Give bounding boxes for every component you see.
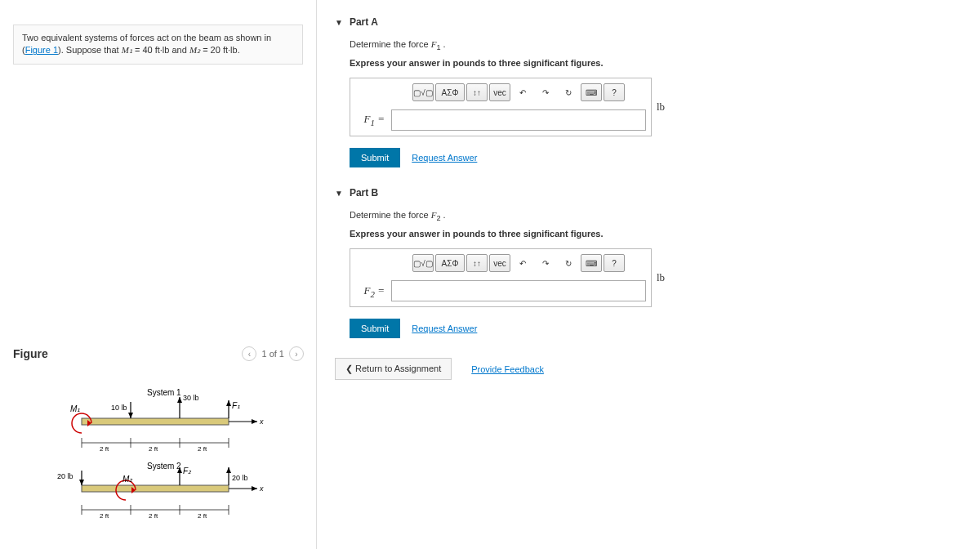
template-tool[interactable]: ▢√▢: [412, 83, 434, 101]
svg-marker-6: [177, 397, 182, 403]
f2-input[interactable]: [391, 280, 646, 301]
part-b-header[interactable]: ▼ Part B: [335, 187, 956, 199]
part-a-header[interactable]: ▼ Part A: [335, 16, 956, 28]
svg-text:F₁: F₁: [232, 401, 240, 410]
sys1-label: System 1: [147, 388, 181, 397]
m2-symbol: M₂: [189, 45, 200, 55]
figure-nav-text: 1 of 1: [261, 349, 284, 359]
figure-prev-button[interactable]: ‹: [242, 346, 256, 361]
svg-marker-32: [226, 467, 231, 473]
greek-tool[interactable]: ΑΣΦ: [435, 83, 465, 101]
greek-tool[interactable]: ΑΣΦ: [435, 254, 465, 272]
svg-text:2 ft: 2 ft: [100, 445, 109, 453]
answer-box-b: ▢√▢ ΑΣΦ ↕↑ vec ↶ ↷ ↻ ⌨ ? F2 =: [350, 248, 652, 307]
reset-tool[interactable]: ↻: [558, 254, 579, 272]
svg-text:20 lb: 20 lb: [57, 472, 74, 480]
f1-input[interactable]: [391, 109, 646, 131]
submit-button-a[interactable]: Submit: [350, 148, 400, 167]
figure-link[interactable]: Figure 1: [25, 45, 58, 55]
svg-marker-24: [79, 480, 84, 485]
provide-feedback-link[interactable]: Provide Feedback: [471, 364, 544, 374]
unit-b: lb: [657, 271, 665, 284]
part-b-determine: Determine the force F2 .: [350, 210, 956, 222]
submit-button-b[interactable]: Submit: [350, 319, 400, 338]
part-b-title: Part B: [350, 187, 378, 199]
svg-marker-3: [128, 413, 133, 418]
svg-text:M₂: M₂: [122, 475, 133, 484]
request-answer-b[interactable]: Request Answer: [412, 324, 477, 333]
unit-a: lb: [657, 100, 665, 114]
svg-text:2 ft: 2 ft: [100, 512, 109, 520]
svg-marker-35: [252, 486, 257, 491]
undo-tool[interactable]: ↶: [512, 254, 533, 272]
m1-symbol: M₁: [122, 45, 132, 55]
request-answer-a[interactable]: Request Answer: [412, 153, 477, 163]
problem-text-2: ). Suppose that: [58, 45, 122, 55]
part-a-title: Part A: [350, 16, 378, 28]
answer-box-a: ▢√▢ ΑΣΦ ↕↑ vec ↶ ↷ ↻ ⌨ ? F1 =: [350, 78, 652, 136]
scripts-tool[interactable]: ↕↑: [466, 254, 488, 272]
svg-marker-12: [252, 419, 257, 424]
svg-text:2 ft: 2 ft: [149, 445, 158, 453]
help-tool[interactable]: ?: [604, 254, 625, 272]
caret-down-icon: ▼: [335, 189, 343, 198]
problem-statement: Two equivalent systems of forces act on …: [13, 25, 303, 65]
template-tool[interactable]: ▢√▢: [412, 254, 434, 272]
m1-value: = 40 ft·lb and: [132, 45, 189, 55]
svg-marker-9: [226, 400, 231, 406]
figure-title: Figure: [13, 347, 48, 360]
beam-2: [82, 485, 229, 492]
svg-text:30 lb: 30 lb: [183, 394, 199, 402]
svg-text:2 ft: 2 ft: [198, 445, 207, 453]
svg-text:2 ft: 2 ft: [149, 512, 158, 520]
part-a-express: Express your answer in pounds to three s…: [350, 58, 956, 68]
f2-label: F2 =: [355, 284, 385, 299]
beam-1: [82, 418, 229, 425]
svg-text:2 ft: 2 ft: [198, 512, 207, 520]
svg-text:F₂: F₂: [183, 466, 192, 475]
vec-tool[interactable]: vec: [489, 254, 510, 272]
undo-tool[interactable]: ↶: [512, 83, 533, 101]
keyboard-tool[interactable]: ⌨: [581, 254, 602, 272]
scripts-tool[interactable]: ↕↑: [466, 83, 488, 101]
svg-text:x: x: [259, 484, 264, 493]
m2-value: = 20 ft·lb.: [200, 45, 240, 55]
svg-text:M₁: M₁: [70, 404, 80, 413]
figure-nav: ‹ 1 of 1 ›: [242, 346, 304, 361]
help-tool[interactable]: ?: [604, 83, 625, 101]
part-b-express: Express your answer in pounds to three s…: [350, 229, 956, 239]
caret-down-icon: ▼: [335, 18, 343, 27]
part-a-determine: Determine the force F1 .: [350, 39, 956, 51]
figure-next-button[interactable]: ›: [289, 346, 304, 361]
return-button[interactable]: ❮ Return to Assignment: [335, 358, 452, 380]
svg-text:10 lb: 10 lb: [111, 404, 127, 412]
svg-text:x: x: [259, 417, 264, 426]
redo-tool[interactable]: ↷: [535, 83, 556, 101]
figure-diagram: System 1 M₁ 10 lb 30 lb F₁ x: [41, 386, 278, 541]
keyboard-tool[interactable]: ⌨: [581, 83, 602, 101]
svg-text:20 lb: 20 lb: [232, 474, 248, 482]
vec-tool[interactable]: vec: [489, 83, 510, 101]
f1-label: F1 =: [355, 113, 385, 127]
reset-tool[interactable]: ↻: [558, 83, 579, 101]
redo-tool[interactable]: ↷: [535, 254, 556, 272]
svg-text:System 2: System 2: [147, 462, 181, 471]
